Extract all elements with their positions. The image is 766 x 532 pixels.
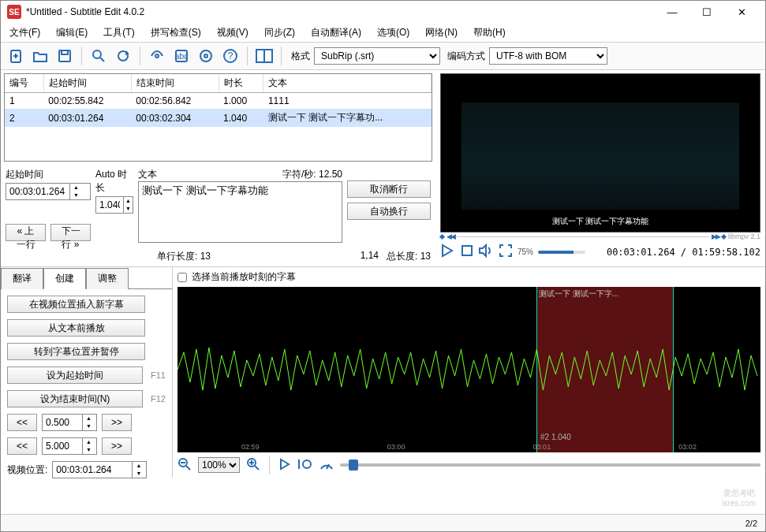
svg-rect-17 [462,246,472,255]
menu-options[interactable]: 选项(O) [375,24,412,41]
video-timecode: 00:03:01.264 / 01:59:58.102 [607,247,760,258]
maximize-button[interactable]: ☐ [689,1,724,23]
menu-network[interactable]: 网络(N) [423,24,460,41]
table-row[interactable]: 200:03:01.26400:03:02.3041.040测试一下 测试一下字… [5,109,432,127]
wave-position-slider[interactable] [340,463,760,467]
window-title: *Untitled - Subtitle Edit 4.0.2 [26,6,655,17]
tab-adjust[interactable]: 调整 [86,268,129,289]
step-back-small-button[interactable]: << [7,414,37,431]
menu-file[interactable]: 文件(F) [7,24,43,41]
bottom-tabs: 翻译 创建 调整 [1,267,172,289]
save-icon[interactable] [54,46,75,66]
wave-speed-icon[interactable] [319,458,334,473]
watermark: 爱思考吧isres.com [722,488,756,508]
menu-video[interactable]: 视频(V) [215,24,251,41]
insert-at-video-button[interactable]: 在视频位置插入新字幕 [7,296,145,313]
menu-tools[interactable]: 工具(T) [101,24,136,41]
app-icon: SE [7,5,21,19]
replace-icon[interactable] [113,46,133,66]
start-time-input[interactable]: ▲▼ [6,183,91,200]
col-text[interactable]: 文本 [263,74,432,93]
seek-start-icon[interactable] [439,233,445,239]
svg-point-7 [155,54,159,58]
set-start-button[interactable]: 设为起始时间 [7,366,143,384]
tab-create[interactable]: 创建 [43,268,86,289]
toolbar: abc ? 格式 SubRip (.srt) 编码方式 UTF-8 with B… [1,42,765,70]
seek-end-icon[interactable] [721,233,727,239]
format-label: 格式 [291,50,310,63]
svg-line-20 [186,466,190,470]
wave-play-icon[interactable] [278,458,291,473]
goto-pause-button[interactable]: 转到字幕位置并暂停 [7,343,145,360]
zoom-select[interactable]: 100% [198,457,240,473]
select-current-checkbox[interactable] [177,273,187,282]
duration-input[interactable]: ▲▼ [95,196,133,214]
menu-edit[interactable]: 编辑(E) [54,24,90,41]
menu-sync[interactable]: 同步(Z) [262,24,297,41]
lib-version: libmpv 2.1 [728,233,760,240]
waveform[interactable]: 测试一下 测试一下字... #2 1.040 02:5903:0003:0103… [177,287,760,452]
subtitle-grid[interactable]: 编号 起始时间 结束时间 时长 文本 100:02:55.84200:02:56… [4,73,432,162]
zoom-in-icon[interactable] [246,457,260,474]
search-icon[interactable] [88,46,109,66]
prev-line-button[interactable]: « 上一行 [6,224,46,241]
encoding-select[interactable]: UTF-8 with BOM [489,47,607,65]
f11-hint: F11 [151,370,166,380]
open-file-icon[interactable] [30,46,50,66]
svg-text:abc: abc [174,51,189,61]
tab-translate[interactable]: 翻译 [1,268,43,289]
new-file-icon[interactable] [6,46,26,66]
minimize-button[interactable]: — [655,1,689,23]
autobreak-button[interactable]: 自动换行 [347,203,431,220]
next-line-button[interactable]: 下一行 » [50,224,91,241]
menubar: 文件(F) 编辑(E) 工具(T) 拼写检查(S) 视频(V) 同步(Z) 自动… [1,23,765,42]
text-label: 文本 [138,168,157,181]
zoom-out-icon[interactable] [177,457,192,474]
menu-help[interactable]: 帮助(H) [471,24,508,41]
video-seekbar[interactable] [457,236,709,237]
video-player[interactable]: 测试一下 测试一下字幕功能 [440,73,760,233]
svg-marker-16 [443,245,452,256]
format-select[interactable]: SubRip (.srt) [314,47,440,65]
col-num[interactable]: 编号 [5,74,43,93]
svg-line-23 [255,466,259,470]
col-end[interactable]: 结束时间 [131,74,219,93]
volume-slider[interactable] [538,251,585,254]
f12-hint: F12 [151,394,166,404]
menu-autotranslate[interactable]: 自动翻译(A) [308,24,364,41]
close-button[interactable]: ✕ [724,1,759,23]
step-back-large-button[interactable]: << [7,437,37,455]
menu-spellcheck[interactable]: 拼写检查(S) [148,24,204,41]
col-start[interactable]: 起始时间 [43,74,131,93]
play-icon[interactable] [440,244,456,260]
col-dur[interactable]: 时长 [219,74,263,93]
set-end-button[interactable]: 设为结束时间(N) [7,390,143,407]
unbreak-button[interactable]: 取消断行 [347,180,431,198]
step-fwd-large-button[interactable]: >> [102,437,132,455]
settings-icon[interactable] [196,46,216,66]
svg-marker-26 [281,459,289,469]
volume-percent: 75% [518,247,533,256]
fullscreen-icon[interactable] [499,244,513,260]
spellcheck-icon[interactable]: abc [171,46,192,66]
svg-text:?: ? [228,50,234,61]
single-line-length: 单行长度: 13 [157,250,211,263]
layout-icon[interactable] [254,46,275,66]
video-pos-input[interactable]: ▲▼ [52,461,147,478]
play-before-text-button[interactable]: 从文本前播放 [7,319,145,337]
large-step-input[interactable]: ▲▼ [42,437,97,455]
subtitle-text-input[interactable]: 测试一下 测试一下字幕功能 [138,181,342,243]
help-icon[interactable]: ? [220,46,241,66]
select-current-label: 选择当前播放时刻的字幕 [192,270,296,284]
cps-label: 字符/秒: 12.50 [282,168,342,181]
table-row[interactable]: 100:02:55.84200:02:56.8421.0001111 [5,93,432,110]
svg-marker-18 [480,245,486,256]
volume-icon[interactable] [478,244,494,260]
visual-sync-icon[interactable] [147,46,167,66]
wave-goto-icon[interactable] [297,458,313,473]
step-fwd-small-button[interactable]: >> [102,414,132,431]
total-length: 总长度: 13 [387,250,431,263]
small-step-input[interactable]: ▲▼ [42,414,97,431]
video-pos-label: 视频位置: [7,463,47,477]
stop-icon[interactable] [461,244,473,260]
